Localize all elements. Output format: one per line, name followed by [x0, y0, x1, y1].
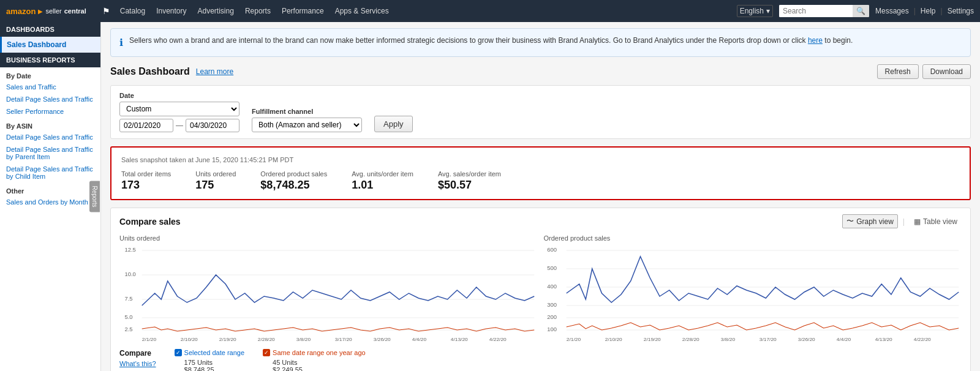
logo[interactable]: amazon ▶ seller central: [6, 7, 86, 16]
filters-bar: Date Custom — Fulfillment channel Both (…: [110, 85, 971, 139]
apply-button[interactable]: Apply: [374, 116, 413, 132]
page-header-left: Sales Dashboard Learn more: [110, 66, 233, 77]
search-button[interactable]: 🔍: [853, 5, 869, 17]
svg-text:5.0: 5.0: [124, 314, 132, 320]
table-icon: ▦: [914, 217, 921, 226]
main-content: ℹ Sellers who own a brand and are intern…: [101, 22, 980, 371]
svg-text:300: 300: [547, 302, 557, 308]
language-selector[interactable]: English ▾: [737, 5, 773, 17]
sidebar-item-seller-performance[interactable]: Seller Performance: [0, 105, 100, 118]
top-navigation: amazon ▶ seller central ⚑ Catalog Invent…: [0, 0, 980, 22]
sales-chart-label: Ordered product sales: [544, 234, 962, 242]
table-view-label: Table view: [923, 217, 957, 226]
logo-icon: ▶: [38, 8, 43, 15]
date-to-input[interactable]: [186, 119, 239, 132]
metric-sales-label: Ordered product sales: [260, 170, 327, 178]
prior-year-units: 45 Units: [273, 359, 366, 366]
svg-text:2/1/20: 2/1/20: [142, 337, 157, 342]
settings-link[interactable]: Settings: [948, 7, 974, 15]
svg-text:4/22/20: 4/22/20: [489, 337, 507, 342]
snapshot-timestamp: taken at June 15, 2020 11:45:21 PM PDT: [170, 156, 293, 163]
svg-text:2/28/20: 2/28/20: [682, 337, 699, 342]
date-from-input[interactable]: [119, 119, 173, 132]
learn-more-link[interactable]: Learn more: [196, 67, 233, 76]
sidebar-sales-dashboard[interactable]: Sales Dashboard: [0, 37, 100, 53]
svg-text:12.5: 12.5: [124, 247, 135, 253]
whats-this-link[interactable]: What's this?: [119, 360, 156, 367]
compare-header: Compare sales 〜 Graph view | ▦ Table vie…: [119, 214, 962, 228]
nav-inventory[interactable]: Inventory: [156, 7, 186, 15]
selected-range-sales: $8,748.25: [184, 366, 244, 371]
date-range-input: —: [119, 119, 239, 132]
main-layout: Dashboards Sales Dashboard Business Repo…: [0, 22, 980, 371]
sidebar: Dashboards Sales Dashboard Business Repo…: [0, 22, 101, 371]
metric-total-orders-label: Total order items: [121, 170, 171, 178]
snapshot-metrics: Total order items 173 Units ordered 175 …: [121, 170, 960, 192]
header-buttons: Refresh Download: [877, 64, 971, 79]
nav-advertising[interactable]: Advertising: [198, 7, 234, 15]
nav-right-section: English ▾ 🔍 Messages | Help | Settings: [737, 5, 974, 17]
metric-total-orders-value: 173: [121, 179, 171, 192]
svg-text:3/8/20: 3/8/20: [720, 337, 735, 342]
svg-text:500: 500: [547, 265, 557, 271]
help-link[interactable]: Help: [921, 7, 936, 15]
nav-apps[interactable]: Apps & Services: [335, 7, 389, 15]
date-filter-group: Date Custom —: [119, 92, 239, 132]
svg-text:4/13/20: 4/13/20: [451, 337, 468, 342]
prior-year-sales: $2,249.55: [273, 366, 366, 371]
info-link[interactable]: here: [808, 36, 823, 45]
compare-label-section: Compare What's this?: [119, 349, 156, 367]
legend-item-prior: ✓ Same date range one year ago: [263, 349, 366, 356]
prior-year-stats: 45 Units $2,249.55: [273, 359, 366, 371]
svg-text:2/10/20: 2/10/20: [605, 337, 622, 342]
messages-link[interactable]: Messages: [875, 7, 909, 15]
selected-range-units: 175 Units: [184, 359, 244, 366]
svg-text:2/10/20: 2/10/20: [181, 337, 198, 342]
logo-amazon-text: amazon: [6, 7, 36, 16]
info-icon: ℹ: [119, 36, 123, 50]
sidebar-dashboards-title: Dashboards: [0, 22, 100, 37]
refresh-button[interactable]: Refresh: [877, 64, 919, 79]
legend-prior-year: ✓ Same date range one year ago 45 Units …: [263, 349, 366, 371]
nav-performance[interactable]: Performance: [282, 7, 324, 15]
view-divider: |: [903, 217, 905, 226]
snapshot-box: Sales snapshot taken at June 15, 2020 11…: [110, 146, 971, 200]
fulfillment-filter-select[interactable]: Both (Amazon and seller): [252, 118, 362, 132]
sidebar-item-detail-page[interactable]: Detail Page Sales and Traffic: [0, 93, 100, 105]
svg-text:600: 600: [547, 247, 557, 253]
metric-product-sales: Ordered product sales $8,748.25: [260, 170, 327, 192]
search-box[interactable]: 🔍: [779, 5, 869, 17]
sidebar-item-asin-detail[interactable]: Detail Page Sales and Traffic: [0, 131, 100, 143]
nav-action-links: Messages | Help | Settings: [875, 7, 974, 15]
nav-reports[interactable]: Reports: [245, 7, 271, 15]
table-view-button[interactable]: ▦ Table view: [910, 215, 962, 228]
metric-avg-units: Avg. units/order item 1.01: [352, 170, 413, 192]
reports-side-tab[interactable]: Reports: [89, 181, 100, 212]
sidebar-item-asin-parent[interactable]: Detail Page Sales and Traffic by Parent …: [0, 143, 100, 163]
snapshot-title: Sales snapshot taken at June 15, 2020 11…: [121, 155, 960, 164]
date-filter-select[interactable]: Custom: [119, 102, 239, 116]
flag-icon: ⚑: [102, 6, 110, 16]
legend-check-red: ✓: [263, 349, 270, 356]
svg-text:2/19/20: 2/19/20: [643, 337, 660, 342]
sidebar-item-asin-child[interactable]: Detail Page Sales and Traffic by Child I…: [0, 163, 100, 182]
nav-catalog[interactable]: Catalog: [120, 7, 145, 15]
fulfillment-filter-group: Fulfillment channel Both (Amazon and sel…: [252, 108, 362, 132]
language-chevron: ▾: [766, 7, 770, 15]
svg-text:10.0: 10.0: [124, 271, 135, 277]
compare-legend-title: Compare: [119, 349, 156, 358]
download-button[interactable]: Download: [922, 64, 971, 79]
svg-text:200: 200: [547, 314, 557, 320]
svg-text:2/28/20: 2/28/20: [258, 337, 275, 342]
legend-selected-range: ✓ Selected date range 175 Units $8,748.2…: [175, 349, 244, 371]
logo-seller-text: seller: [45, 7, 61, 15]
search-input[interactable]: [779, 5, 853, 17]
compare-legend: Compare What's this? ✓ Selected date ran…: [119, 349, 962, 371]
prior-year-label: Same date range one year ago: [273, 349, 366, 356]
sidebar-item-orders-month[interactable]: Sales and Orders by Month: [0, 196, 100, 208]
sidebar-other-title: Other: [0, 182, 100, 196]
svg-text:7.5: 7.5: [124, 296, 132, 302]
sidebar-item-sales-traffic[interactable]: Sales and Traffic: [0, 81, 100, 93]
graph-view-button[interactable]: 〜 Graph view: [842, 214, 898, 228]
svg-text:2/1/20: 2/1/20: [566, 337, 581, 342]
